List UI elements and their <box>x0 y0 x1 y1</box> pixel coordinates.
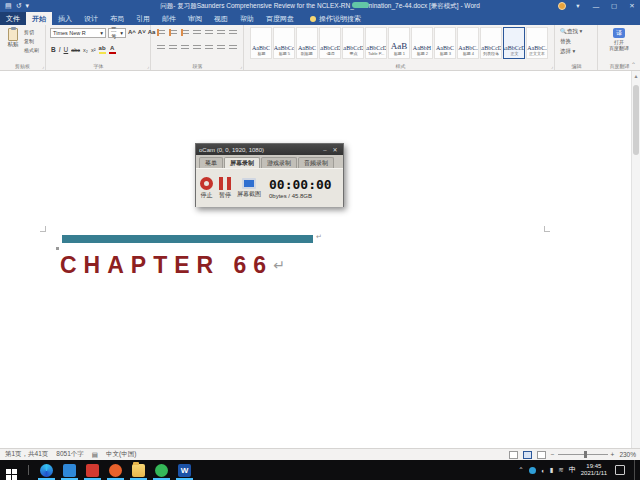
start-button[interactable] <box>0 460 22 480</box>
tab-mailings[interactable]: 邮件 <box>156 12 182 25</box>
clipboard-dialog-launcher[interactable]: ⌟ <box>42 64 44 69</box>
tab-design[interactable]: 设计 <box>78 12 104 25</box>
style-tile[interactable]: AaBbC副标题 <box>296 27 318 59</box>
collapse-ribbon-icon[interactable]: ⌃ <box>631 61 636 68</box>
web-layout-icon[interactable] <box>537 451 546 459</box>
ocam-window[interactable]: oCam (0, 0, 1920, 1080) – ✕ 菜单 屏幕录制 游戏录制… <box>195 143 344 207</box>
minimize-button[interactable]: — <box>590 3 602 10</box>
zoom-out-icon[interactable]: − <box>551 451 555 458</box>
print-layout-icon[interactable] <box>523 451 532 459</box>
style-tile[interactable]: AaBbCcDcTable P... <box>365 27 387 59</box>
user-avatar[interactable] <box>558 2 566 10</box>
ocam-screenshot-button[interactable]: 屏幕截图 <box>237 178 261 199</box>
styles-dialog-launcher[interactable]: ⌟ <box>551 64 553 69</box>
scrollbar-thumb[interactable] <box>633 85 639 155</box>
bold-button[interactable]: B <box>51 46 56 53</box>
shrink-font-button[interactable]: A˅ <box>138 29 146 35</box>
tab-references[interactable]: 引用 <box>130 12 156 25</box>
select-button[interactable]: 选择 ▾ <box>560 48 582 55</box>
ocam-titlebar[interactable]: oCam (0, 0, 1920, 1080) – ✕ <box>196 144 343 155</box>
format-painter-button[interactable]: 格式刷 <box>24 47 39 53</box>
ocam-close-button[interactable]: ✕ <box>330 146 340 153</box>
ocam-tab-audio-record[interactable]: 音频录制 <box>298 157 334 168</box>
tab-baidu-netdisk[interactable]: 百度网盘 <box>260 12 300 25</box>
taskbar-file-explorer[interactable] <box>132 464 145 477</box>
font-size-combobox[interactable]: 三号▾ <box>108 28 126 38</box>
subscript-button[interactable]: x₂ <box>83 47 88 53</box>
ocam-tab-game-record[interactable]: 游戏录制 <box>261 157 297 168</box>
volume-icon[interactable]: ◖ <box>541 467 545 474</box>
maximize-button[interactable]: ▢ <box>608 2 620 10</box>
grow-font-button[interactable]: A^ <box>128 29 136 35</box>
font-name-combobox[interactable]: Times New R▾ <box>50 28 106 38</box>
usb-icon[interactable]: ▮ <box>550 466 554 474</box>
ocam-tab-menu[interactable]: 菜单 <box>199 157 223 168</box>
tray-app-icon[interactable] <box>529 467 536 474</box>
tab-file[interactable]: 文件 <box>0 12 26 25</box>
show-desktop-button[interactable] <box>634 460 638 480</box>
read-mode-icon[interactable] <box>509 451 518 459</box>
shading-icon[interactable] <box>217 44 225 51</box>
document-canvas[interactable]: ↵ CHAPTER 66↵ ▲ oCam (0, 0, 1920, 1080) … <box>0 71 640 448</box>
page-indicator[interactable]: 第1页，共41页 <box>5 450 48 459</box>
align-center-icon[interactable] <box>169 44 177 51</box>
taskbar-clock[interactable]: 19:45 2021/1/11 <box>581 463 607 478</box>
tab-help[interactable]: 帮助 <box>234 12 260 25</box>
underline-button[interactable]: U <box>64 46 69 53</box>
tell-me-search[interactable]: 操作说明搜索 <box>300 12 361 25</box>
proofing-icon[interactable]: ▤ <box>92 451 98 459</box>
action-center-icon[interactable] <box>615 465 625 475</box>
highlight-color-button[interactable]: ab <box>99 45 106 53</box>
multilevel-list-icon[interactable] <box>181 29 189 36</box>
taskbar-app-word[interactable]: W <box>178 464 191 477</box>
style-tile[interactable]: AaBbC标题 <box>250 27 272 59</box>
style-tile[interactable]: AaBbCcDc强调 <box>319 27 341 59</box>
numbering-icon[interactable] <box>169 29 177 36</box>
align-right-icon[interactable] <box>181 44 189 51</box>
style-tile[interactable]: AaB标题 1 <box>388 27 410 59</box>
ocam-minimize-button[interactable]: – <box>320 147 330 153</box>
font-dialog-launcher[interactable]: ⌟ <box>147 64 149 69</box>
style-tile-selected[interactable]: AaBbCcDt正文 <box>503 27 525 59</box>
font-color-button[interactable]: A <box>109 45 116 53</box>
tab-review[interactable]: 审阅 <box>182 12 208 25</box>
style-tile[interactable]: AaBbH标题 2 <box>411 27 433 59</box>
style-tile[interactable]: AaBbCc标题 5 <box>273 27 295 59</box>
tab-layout[interactable]: 布局 <box>104 12 130 25</box>
borders-icon[interactable] <box>229 44 237 51</box>
find-button[interactable]: 🔍查找 ▾ <box>560 28 582 35</box>
line-spacing-icon[interactable] <box>205 44 213 51</box>
replace-button[interactable]: 替换 <box>560 38 582 45</box>
network-icon[interactable]: ≋ <box>558 466 563 474</box>
tab-home[interactable]: 开始 <box>26 12 52 25</box>
style-tile[interactable]: AaBbC.标题 4 <box>457 27 479 59</box>
ocam-stop-button[interactable]: 停止 <box>200 177 213 200</box>
cut-button[interactable]: 剪切 <box>24 29 39 35</box>
superscript-button[interactable]: x² <box>91 47 96 53</box>
ribbon-display-options-icon[interactable]: ▾ <box>572 2 584 10</box>
tab-insert[interactable]: 插入 <box>52 12 78 25</box>
taskbar-app-blue[interactable] <box>63 464 76 477</box>
zoom-slider[interactable]: − + <box>551 451 615 458</box>
zoom-level[interactable]: 230% <box>619 451 636 458</box>
align-left-icon[interactable] <box>157 44 165 51</box>
paragraph-dialog-launcher[interactable]: ⌟ <box>240 64 242 69</box>
vertical-scrollbar[interactable]: ▲ <box>631 71 640 448</box>
style-tile[interactable]: AaBbC.正文文本 <box>526 27 548 59</box>
ocam-tab-screen-record[interactable]: 屏幕录制 <box>224 157 260 168</box>
ime-indicator[interactable]: 中 <box>569 465 576 475</box>
tab-view[interactable]: 视图 <box>208 12 234 25</box>
style-tile[interactable]: AaBbC标题 3 <box>434 27 456 59</box>
style-tile[interactable]: AaBbCcDc要点 <box>342 27 364 59</box>
ocam-pause-button[interactable]: 暂停 <box>219 177 231 200</box>
decrease-indent-icon[interactable] <box>193 29 201 36</box>
open-baidu-translate-button[interactable]: 译 打开 百度翻译 <box>607 28 631 51</box>
justify-icon[interactable] <box>193 44 201 51</box>
zoom-slider-thumb[interactable] <box>584 451 587 458</box>
word-count[interactable]: 8051个字 <box>56 450 83 459</box>
style-tile[interactable]: AaBbCcDc列表段落 <box>480 27 502 59</box>
show-hide-pilcrow-icon[interactable] <box>229 29 237 36</box>
scroll-up-icon[interactable]: ▲ <box>632 71 640 79</box>
sort-icon[interactable] <box>217 29 225 36</box>
strikethrough-button[interactable]: abc <box>71 47 80 53</box>
